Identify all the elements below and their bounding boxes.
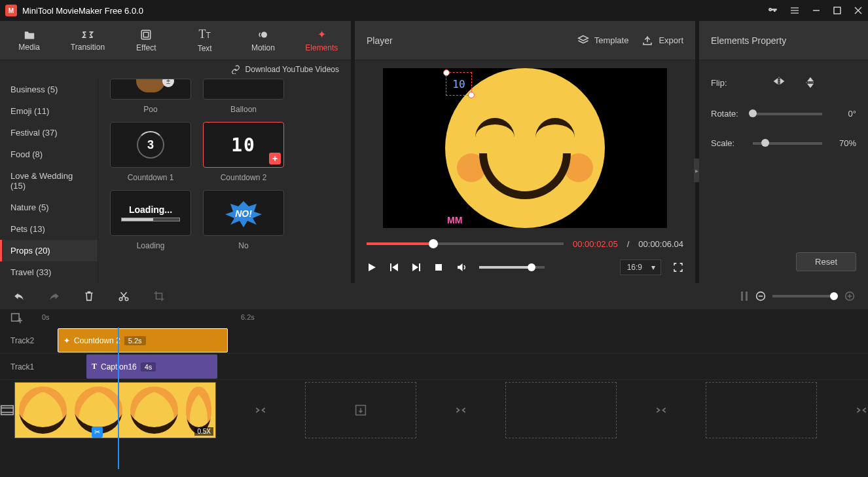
tab-effect[interactable]: Effect (117, 21, 175, 60)
reset-button[interactable]: Reset (796, 252, 856, 271)
category-nature[interactable]: Nature (5) (0, 197, 98, 218)
flip-label: Flip: (711, 78, 744, 88)
crop-button[interactable] (153, 290, 165, 302)
prev-frame-button[interactable] (389, 262, 399, 273)
volume-slider[interactable] (479, 266, 545, 269)
download-youtube-link[interactable]: Download YouTube Videos (0, 60, 351, 79)
element-balloon[interactable]: Balloon (203, 79, 284, 114)
svg-rect-18 (435, 264, 442, 271)
timeline-ruler[interactable]: 0s 6.2s (0, 309, 868, 328)
svg-marker-16 (412, 263, 418, 271)
category-props[interactable]: Props (20) (0, 240, 98, 261)
export-icon (642, 35, 653, 47)
split-button[interactable] (118, 290, 130, 302)
video-clip[interactable]: 0.5X (14, 382, 216, 438)
svg-point-9 (261, 31, 267, 37)
category-travel[interactable]: Travel (33) (0, 261, 98, 283)
drop-zone[interactable] (505, 382, 617, 438)
svg-marker-13 (369, 263, 376, 271)
video-track-icon (0, 380, 14, 440)
drop-zone[interactable] (305, 382, 416, 438)
template-button[interactable]: Template (577, 35, 629, 47)
collapse-panel-button[interactable]: ▸ (694, 159, 699, 182)
element-countdown1[interactable]: 3 Countdown 1 (110, 122, 191, 182)
element-selection-box[interactable]: 10 (446, 72, 472, 96)
menu-icon[interactable] (789, 5, 800, 16)
text-clip-icon: T (92, 362, 97, 372)
category-list[interactable]: Business (5) Emoji (11) Festival (37) Fo… (0, 79, 98, 283)
svg-rect-14 (390, 263, 391, 271)
svg-rect-17 (419, 263, 420, 271)
element-no[interactable]: NO! No (203, 190, 284, 250)
fullscreen-button[interactable] (673, 262, 683, 273)
zoom-out-button[interactable] (755, 291, 766, 301)
element-countdown2[interactable]: 10+ Countdown 2 (203, 122, 284, 182)
tab-motion[interactable]: Motion (234, 21, 292, 60)
flip-horizontal-button[interactable] (772, 76, 786, 89)
snap-icon[interactable] (740, 290, 749, 302)
license-key-icon[interactable] (767, 5, 778, 16)
timeline-scrollbar[interactable] (0, 469, 868, 477)
zoom-in-button[interactable] (844, 291, 855, 301)
export-button[interactable]: Export (642, 35, 683, 47)
svg-rect-34 (12, 314, 19, 321)
add-element-button[interactable]: + (269, 153, 281, 164)
clip-caption16[interactable]: T Caption16 4s (86, 354, 217, 379)
aspect-ratio-select[interactable]: 16:9 (620, 259, 661, 275)
track1-label: Track1 (0, 362, 42, 372)
category-food[interactable]: Food (8) (0, 143, 98, 165)
properties-panel: ▸ Elements Property Flip: Rotate: 0° Sca… (699, 21, 868, 283)
library-panel: Media Transition Effect TTText Motion ✦E… (0, 21, 351, 283)
app-logo: M (5, 5, 17, 16)
element-clip-icon: ✦ (63, 336, 70, 345)
play-button[interactable] (367, 262, 377, 273)
redo-button[interactable] (48, 291, 60, 301)
player-stage[interactable]: 10 MM (355, 60, 695, 236)
svg-marker-19 (774, 78, 778, 85)
tab-transition[interactable]: Transition (58, 21, 117, 60)
category-love-wedding[interactable]: Love & Wedding (15) (0, 165, 98, 197)
zoom-slider[interactable] (772, 295, 838, 297)
maximize-button[interactable] (833, 6, 842, 15)
svg-marker-23 (807, 84, 814, 88)
stop-button[interactable] (433, 262, 444, 273)
svg-rect-8 (144, 32, 149, 37)
element-loading[interactable]: Loading... Loading (110, 190, 191, 250)
rotate-slider[interactable] (753, 113, 822, 115)
category-business[interactable]: Business (5) (0, 79, 98, 100)
flip-vertical-button[interactable] (805, 76, 816, 89)
category-pets[interactable]: Pets (13) (0, 218, 98, 240)
next-frame-button[interactable] (411, 262, 422, 273)
timeline-panel: 0s 6.2s Track2 ✦ Countdown 2 5.2s Track1… (0, 283, 868, 477)
current-time: 00:00:02.05 (573, 239, 618, 249)
rotate-label: Rotate: (711, 109, 744, 119)
category-festival[interactable]: Festival (37) (0, 122, 98, 143)
undo-button[interactable] (13, 291, 25, 301)
drop-zone[interactable] (706, 382, 817, 438)
scale-slider[interactable] (753, 142, 822, 145)
volume-icon[interactable] (456, 261, 467, 273)
player-title: Player (367, 35, 564, 46)
tab-elements[interactable]: ✦Elements (293, 21, 351, 60)
scale-label: Scale: (711, 138, 744, 148)
playhead[interactable] (118, 328, 119, 469)
category-emoji[interactable]: Emoji (11) (0, 100, 98, 122)
transition-slot[interactable] (655, 405, 668, 415)
tab-media[interactable]: Media (0, 21, 58, 60)
layers-icon (577, 35, 589, 47)
delete-button[interactable] (84, 290, 94, 302)
transition-slot[interactable] (454, 405, 467, 415)
clip-countdown2[interactable]: ✦ Countdown 2 5.2s (58, 328, 228, 353)
seek-bar[interactable] (367, 242, 564, 245)
titlebar: M MiniTool MovieMaker Free 6.0.0 (0, 0, 868, 21)
element-poo[interactable]: ± Poo (110, 79, 191, 114)
tab-text[interactable]: TTText (175, 21, 234, 60)
close-button[interactable] (854, 6, 863, 15)
transition-slot[interactable] (855, 405, 868, 415)
transition-slot[interactable] (254, 405, 267, 415)
player-panel: Player Template Export 10 MM 00:00:02.05… (355, 21, 695, 283)
svg-marker-22 (807, 77, 814, 82)
add-track-button[interactable] (10, 313, 22, 324)
duration: 00:00:06.04 (638, 239, 683, 249)
minimize-button[interactable] (812, 6, 821, 15)
